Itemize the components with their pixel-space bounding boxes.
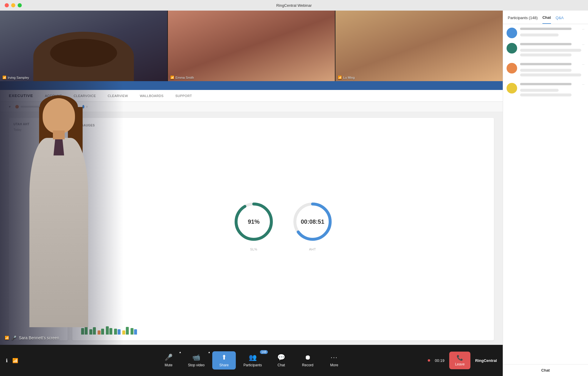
- record-label: Record: [302, 363, 313, 367]
- filter-dot-2: [49, 105, 52, 108]
- chat-button[interactable]: 💬 Chat: [270, 351, 293, 370]
- bar: [118, 329, 121, 335]
- record-button[interactable]: ⏺ Record: [296, 351, 320, 370]
- participant-name-emma: Emma Smith: [176, 76, 194, 79]
- ringcentral-brand: RingCentral: [475, 358, 497, 363]
- chat-content-1: ···: [520, 28, 584, 38]
- chat-line-3b: [520, 73, 581, 76]
- mute-btn-wrapper: 🎤 Mute ▲: [157, 351, 180, 370]
- more-button[interactable]: ··· More: [323, 351, 346, 370]
- video-label-lu: 📶 Lu Ming: [338, 76, 355, 79]
- chat-message-1: ···: [507, 28, 584, 38]
- mute-icon: 🎤: [165, 354, 173, 361]
- nav-support[interactable]: SUPPORT: [175, 94, 192, 98]
- mute-arrow-icon[interactable]: ▲: [179, 351, 181, 354]
- video-arrow-icon[interactable]: ▲: [208, 351, 211, 354]
- chat-content-4: ···: [520, 83, 584, 98]
- main-container: 📶 Irving Sampley 📶 Emma Smith 📶 Lu Ming: [0, 11, 588, 376]
- dashboard-content: UTAH AHT Today GAUGES: [0, 112, 503, 345]
- maximize-button[interactable]: [18, 3, 22, 7]
- bar-group-5: [114, 329, 121, 335]
- video-icon: 📹: [192, 354, 200, 361]
- panel-aht: UTAH AHT Today: [9, 118, 68, 340]
- share-button[interactable]: ⬆ Share: [212, 351, 236, 370]
- tab-chat[interactable]: Chat: [542, 15, 551, 24]
- bar-group-7: [131, 328, 137, 335]
- chat-bottom-label[interactable]: Chat: [507, 368, 584, 372]
- chat-line-3a: [520, 69, 572, 72]
- video-area: 📶 Irving Sampley 📶 Emma Smith 📶 Lu Ming: [0, 11, 503, 376]
- window-title: RingCentral Webinar: [276, 3, 312, 8]
- bar: [114, 329, 117, 335]
- signal-icon-emma: 📶: [170, 76, 174, 79]
- close-button[interactable]: [5, 3, 9, 7]
- participants-label: Participants: [243, 363, 262, 367]
- bar: [109, 328, 112, 335]
- toolbar-right: 00:19 📞 Leave RingCentral: [428, 352, 497, 369]
- gauges-row: 91% SL%: [81, 129, 485, 320]
- right-panel: Participants (148) Chat Q&A ···: [503, 11, 588, 376]
- gauge-aht-label: AHT: [309, 248, 316, 251]
- screen-share-area: EXECUTIVE ACCOUNT CLEARVOICE CLEARVIEW W…: [0, 81, 503, 345]
- video-tile-irving: 📶 Irving Sampley: [0, 11, 167, 81]
- bar: [106, 326, 109, 335]
- window-controls: [5, 3, 22, 7]
- video-label-irving: 📶 Irving Sampley: [2, 76, 29, 79]
- timer: 00:19: [435, 358, 445, 363]
- stop-video-label: Stop video: [188, 363, 205, 367]
- gauge-sl: 91% SL%: [230, 198, 277, 251]
- video-label-emma: 📶 Emma Smith: [170, 76, 194, 79]
- bar-group-4: [106, 326, 112, 335]
- bar: [101, 329, 104, 335]
- mute-label: Mute: [165, 363, 173, 367]
- chat-avatar-4: [507, 83, 517, 93]
- nav-clearvoice[interactable]: CLEARVOICE: [74, 94, 96, 98]
- bar: [126, 327, 129, 335]
- chevron-down-icon[interactable]: ▾: [9, 105, 11, 109]
- mute-button[interactable]: 🎤 Mute: [157, 351, 180, 370]
- nav-account[interactable]: ACCOUNT: [45, 94, 62, 98]
- leave-button[interactable]: 📞 Leave: [449, 352, 471, 369]
- participant-name-irving: Irving Sampley: [8, 76, 29, 79]
- gauge-sl-label: SL%: [250, 248, 258, 251]
- filter-bar-3: [86, 106, 88, 108]
- nav-clearview[interactable]: CLEARVIEW: [108, 94, 128, 98]
- chat-time-1: ···: [582, 28, 584, 32]
- chat-message-3: ···: [507, 63, 584, 78]
- chat-avatar-2: [507, 43, 517, 54]
- bar: [85, 326, 88, 335]
- chat-bottom: Chat: [503, 364, 588, 376]
- tab-qa[interactable]: Q&A: [556, 16, 564, 24]
- dashboard-brand: EXECUTIVE: [9, 93, 33, 98]
- info-icon[interactable]: ℹ: [6, 358, 8, 363]
- more-icon: ···: [331, 354, 338, 361]
- bar: [98, 330, 101, 335]
- chat-avatar-3: [507, 63, 517, 73]
- participants-badge: 148: [260, 350, 268, 354]
- stop-video-button[interactable]: 📹 Stop video: [183, 351, 209, 370]
- chat-name-line-3: [520, 63, 572, 65]
- gauge-sl-value: 91%: [248, 218, 260, 225]
- leave-label: Leave: [455, 362, 465, 366]
- nav-wallboards[interactable]: WALLBOARDS: [140, 94, 163, 98]
- signal-bars-icon: 📶: [12, 358, 18, 363]
- stopvideo-btn-wrapper: 📹 Stop video ▲: [183, 351, 209, 370]
- more-label: More: [330, 363, 338, 367]
- bar-group-2: [89, 327, 96, 335]
- bar: [93, 327, 96, 335]
- aht-title: UTAH AHT: [14, 123, 63, 126]
- chat-avatar-1: [507, 28, 517, 38]
- chat-content-3: ···: [520, 63, 584, 78]
- bar-charts: [81, 320, 485, 335]
- bar: [131, 328, 133, 335]
- record-icon: ⏺: [305, 354, 311, 361]
- participants-icon: 👥: [249, 354, 257, 361]
- panel-gauges: GAUGES 91%: [72, 118, 494, 340]
- bar-group-6: [122, 327, 129, 335]
- filter-dot-1: [15, 105, 19, 108]
- tab-participants[interactable]: Participants (148): [508, 16, 538, 24]
- participants-button[interactable]: 👥 148 Participants: [239, 351, 267, 370]
- toolbar-left: ℹ 📶: [6, 358, 18, 363]
- minimize-button[interactable]: [11, 3, 15, 7]
- aht-filter: Today: [14, 128, 63, 131]
